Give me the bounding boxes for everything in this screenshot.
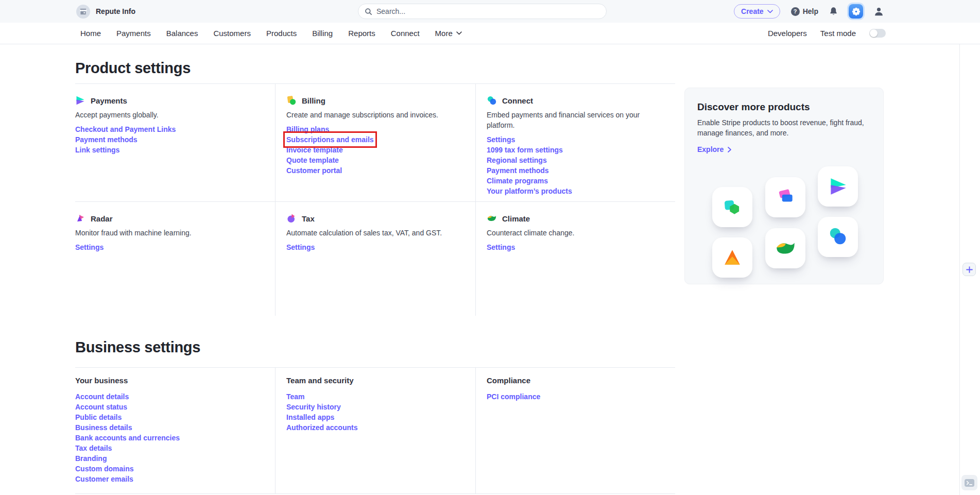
link-security-history[interactable]: Security history — [286, 402, 341, 412]
link-public-details[interactable]: Public details — [75, 412, 122, 422]
link-your-platforms-products[interactable]: Your platform’s products — [487, 186, 572, 196]
developer-terminal-button[interactable] — [961, 475, 977, 490]
link-invoice-template[interactable]: Invoice template — [286, 145, 343, 155]
payments-icon — [75, 95, 85, 106]
card-climate: Climate Counteract climate change. Setti… — [475, 202, 675, 316]
test-mode-toggle[interactable] — [869, 29, 886, 38]
help-button[interactable]: ? Help — [791, 7, 818, 16]
card-desc: Counteract climate change. — [487, 228, 662, 238]
connect-icon — [487, 95, 497, 106]
nav-item-billing[interactable]: Billing — [312, 29, 333, 38]
link-checkout-and-payment-links[interactable]: Checkout and Payment Links — [75, 124, 176, 134]
chevron-down-icon — [456, 31, 462, 35]
column-heading: Compliance — [487, 376, 675, 385]
card-billing: Billing Create and manage subscriptions … — [275, 84, 475, 202]
card-radar: Radar Monitor fraud with machine learnin… — [75, 202, 275, 316]
link-authorized-accounts[interactable]: Authorized accounts — [286, 422, 357, 433]
link-account-details[interactable]: Account details — [75, 391, 129, 402]
column-compliance: Compliance PCI compliance — [475, 368, 675, 493]
link-business-details[interactable]: Business details — [75, 422, 132, 433]
link-climate-programs[interactable]: Climate programs — [487, 176, 548, 186]
link-link-settings[interactable]: Link settings — [75, 145, 119, 155]
link-connect-settings[interactable]: Settings — [487, 134, 515, 145]
link-subscriptions-and-emails-highlighted[interactable]: Subscriptions and emails — [286, 134, 374, 145]
toggle-knob — [870, 29, 878, 37]
account-name[interactable]: Repute Info — [96, 7, 135, 15]
billing-icon — [286, 95, 297, 106]
nav-item-reports[interactable]: Reports — [348, 29, 375, 38]
chevron-down-icon — [767, 10, 773, 13]
create-button[interactable]: Create — [734, 4, 780, 19]
link-1099-tax-form-settings[interactable]: 1099 tax form settings — [487, 145, 563, 155]
nav-item-home[interactable]: Home — [80, 29, 101, 38]
card-title: Billing — [302, 96, 325, 105]
climate-icon — [487, 213, 497, 224]
nav-item-customers[interactable]: Customers — [213, 29, 251, 38]
storefront-icon — [79, 8, 87, 15]
link-account-status[interactable]: Account status — [75, 402, 127, 412]
business-settings-grid: Your business Account details Account st… — [75, 367, 675, 494]
content-right-divider — [959, 44, 960, 495]
link-payment-methods[interactable]: Payment methods — [75, 134, 137, 145]
nav-item-products[interactable]: Products — [266, 29, 297, 38]
product-tile-atlas-icon — [712, 237, 752, 278]
card-title: Connect — [502, 96, 533, 105]
nav-item-balances[interactable]: Balances — [166, 29, 198, 38]
card-title: Climate — [502, 214, 530, 223]
chevron-right-icon — [728, 147, 731, 152]
radar-icon — [75, 213, 85, 224]
product-tile-payments-icon — [818, 166, 858, 207]
product-tile-issuing-icon — [765, 177, 805, 217]
discover-more-products-panel: Discover more products Enable Stripe pro… — [684, 88, 884, 284]
product-tile-connect-icon — [818, 217, 858, 257]
link-installed-apps[interactable]: Installed apps — [286, 412, 334, 422]
link-pci-compliance[interactable]: PCI compliance — [487, 391, 540, 402]
explore-link[interactable]: Explore — [697, 145, 731, 153]
account-avatar[interactable] — [76, 5, 90, 19]
link-branding[interactable]: Branding — [75, 453, 107, 464]
column-team-and-security: Team and security Team Security history … — [275, 368, 475, 493]
add-widget-button[interactable] — [962, 263, 976, 276]
question-icon: ? — [791, 7, 800, 16]
nav-item-developers[interactable]: Developers — [768, 29, 807, 38]
main-nav: Home Payments Balances Customers Product… — [0, 23, 980, 44]
nav-item-connect[interactable]: Connect — [391, 29, 420, 38]
card-desc: Monitor fraud with machine learning. — [75, 228, 262, 238]
gear-flower-icon — [851, 7, 861, 16]
link-climate-settings[interactable]: Settings — [487, 242, 515, 252]
link-tax-details[interactable]: Tax details — [75, 443, 112, 453]
link-bank-accounts-and-currencies[interactable]: Bank accounts and currencies — [75, 433, 180, 443]
link-tax-settings[interactable]: Settings — [286, 242, 315, 252]
card-title: Tax — [302, 214, 315, 223]
nav-item-more[interactable]: More — [435, 29, 462, 38]
column-heading: Team and security — [286, 376, 475, 385]
link-team[interactable]: Team — [286, 391, 305, 402]
plus-icon — [966, 266, 973, 273]
link-custom-domains[interactable]: Custom domains — [75, 464, 134, 474]
settings-app-icon[interactable] — [849, 4, 863, 19]
link-customer-emails[interactable]: Customer emails — [75, 474, 133, 484]
search-icon — [365, 8, 372, 15]
account-switcher[interactable]: Repute Info — [76, 5, 135, 19]
create-button-label: Create — [741, 7, 764, 15]
card-tax: Tax Automate calculation of sales tax, V… — [275, 202, 475, 316]
search-input[interactable] — [376, 7, 600, 15]
link-connect-payment-methods[interactable]: Payment methods — [487, 165, 549, 176]
top-header: Repute Info Create ? Help — [0, 0, 980, 23]
notifications-bell-icon[interactable] — [829, 7, 838, 16]
discover-title: Discover more products — [697, 101, 871, 113]
search-bar[interactable] — [358, 4, 607, 19]
product-settings-title: Product settings — [75, 59, 980, 77]
product-tile-terminal-icon — [712, 187, 752, 227]
profile-icon[interactable] — [874, 7, 884, 16]
card-desc: Embed payments and financial services on… — [487, 110, 662, 130]
column-your-business: Your business Account details Account st… — [75, 368, 275, 493]
card-desc: Create and manage subscriptions and invo… — [286, 110, 462, 120]
nav-item-payments[interactable]: Payments — [116, 29, 151, 38]
link-quote-template[interactable]: Quote template — [286, 155, 339, 165]
link-regional-settings[interactable]: Regional settings — [487, 155, 547, 165]
link-radar-settings[interactable]: Settings — [75, 242, 104, 252]
link-customer-portal[interactable]: Customer portal — [286, 165, 342, 176]
card-desc: Accept payments globally. — [75, 110, 262, 120]
link-billing-plans[interactable]: Billing plans — [286, 124, 329, 134]
